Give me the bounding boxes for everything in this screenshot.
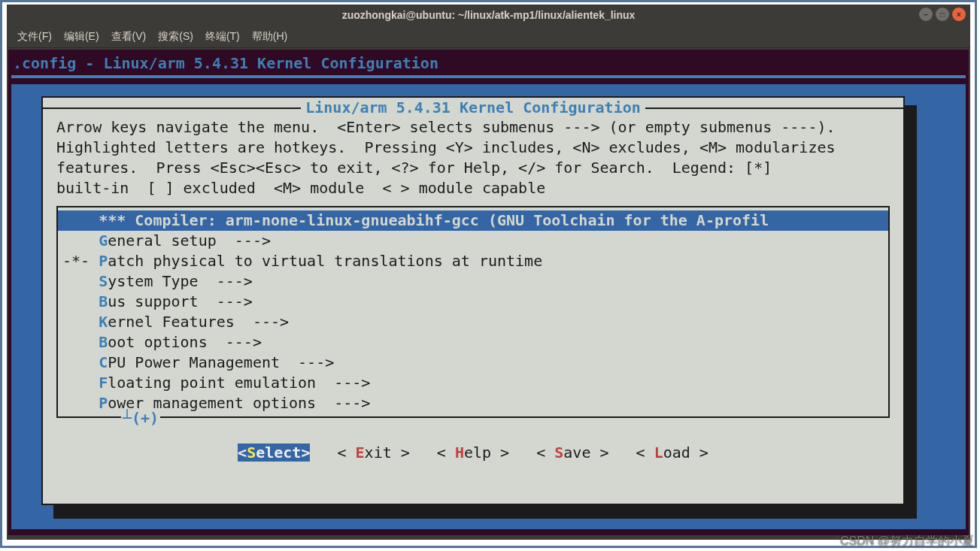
watermark: CSDN @努力自学的小夏	[840, 534, 974, 549]
config-header: .config - Linux/arm 5.4.31 Kernel Config…	[8, 50, 969, 72]
menu-item-cpu-power[interactable]: CPU Power Management --->	[58, 353, 888, 373]
maximize-button[interactable]: □	[936, 8, 949, 21]
main-dialog: Linux/arm 5.4.31 Kernel Configuration Ar…	[41, 96, 905, 505]
select-button[interactable]: <Select>	[238, 444, 310, 462]
menuconfig-background: Linux/arm 5.4.31 Kernel Configuration Ar…	[11, 84, 966, 529]
dialog-title: Linux/arm 5.4.31 Kernel Configuration	[301, 98, 645, 117]
menubar: 文件(F) 编辑(E) 查看(V) 搜索(S) 终端(T) 帮助(H)	[7, 26, 970, 48]
window-title: zuozhongkai@ubuntu: ~/linux/atk-mp1/linu…	[342, 9, 636, 21]
titlebar: zuozhongkai@ubuntu: ~/linux/atk-mp1/linu…	[7, 5, 970, 26]
instructions: Arrow keys navigate the menu. <Enter> se…	[43, 117, 903, 198]
menu-item-power-mgmt[interactable]: Power management options --->	[58, 393, 888, 413]
exit-button[interactable]: < Exit >	[337, 444, 409, 462]
menu-item-kernel-features[interactable]: Kernel Features --->	[58, 312, 888, 332]
menu-list[interactable]: *** Compiler: arm-none-linux-gnueabihf-g…	[58, 210, 888, 413]
menu-list-box: *** Compiler: arm-none-linux-gnueabihf-g…	[56, 206, 890, 418]
menu-help[interactable]: 帮助(H)	[247, 29, 292, 45]
menu-file[interactable]: 文件(F)	[13, 29, 56, 45]
menu-item-patch[interactable]: -*- Patch physical to virtual translatio…	[58, 251, 888, 271]
menu-item-bus-support[interactable]: Bus support --->	[58, 292, 888, 312]
help-button[interactable]: < Help >	[437, 444, 509, 462]
header-underline	[11, 75, 966, 78]
menu-item-general[interactable]: General setup --->	[58, 231, 888, 251]
menu-item-fpe[interactable]: Floating point emulation --->	[58, 373, 888, 393]
window-controls: – □ ×	[919, 8, 966, 21]
terminal-area[interactable]: .config - Linux/arm 5.4.31 Kernel Config…	[8, 50, 969, 535]
terminal-window: zuozhongkai@ubuntu: ~/linux/atk-mp1/linu…	[7, 5, 970, 540]
menu-item-boot-options[interactable]: Boot options --->	[58, 332, 888, 353]
button-row: <Select> < Exit > < Help > < Save > < Lo…	[43, 444, 903, 462]
menu-search[interactable]: 搜索(S)	[153, 29, 198, 45]
save-button[interactable]: < Save >	[536, 444, 608, 462]
menu-view[interactable]: 查看(V)	[107, 29, 151, 45]
menu-terminal[interactable]: 终端(T)	[201, 29, 244, 45]
menu-item-compiler[interactable]: *** Compiler: arm-none-linux-gnueabihf-g…	[58, 210, 888, 231]
minimize-button[interactable]: –	[919, 8, 933, 21]
load-button[interactable]: < Load >	[636, 444, 708, 462]
menu-edit[interactable]: 编辑(E)	[59, 29, 104, 45]
close-button[interactable]: ×	[952, 8, 966, 21]
menu-item-system-type[interactable]: System Type --->	[58, 271, 888, 292]
scroll-down-indicator: ┴(+)	[121, 409, 160, 427]
